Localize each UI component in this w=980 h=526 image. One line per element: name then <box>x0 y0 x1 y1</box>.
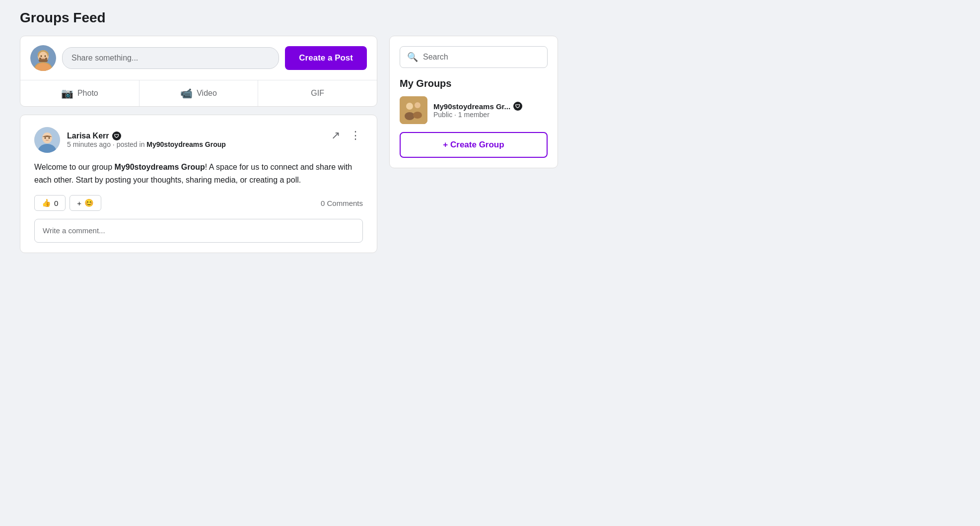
photo-icon: 📷 <box>61 87 73 99</box>
my-groups-title: My Groups <box>400 78 548 89</box>
feed-column: Create a Post 📷 Photo 📹 Video GIF <box>20 36 377 253</box>
user-avatar <box>30 45 56 71</box>
group-thumb-inner <box>400 96 427 124</box>
like-button[interactable]: 👍 0 <box>34 195 66 211</box>
post-footer: 👍 0 + 😊 0 Comments <box>34 195 363 211</box>
group-meta: Public · 1 member <box>433 111 522 119</box>
svg-point-9 <box>41 56 42 57</box>
comment-input[interactable] <box>43 226 354 235</box>
group-thumbnail <box>400 96 427 124</box>
post-card: Larisa Kerr 🛡 5 minutes ago · posted in … <box>20 115 377 253</box>
thumbs-up-icon: 👍 <box>42 198 51 207</box>
svg-point-18 <box>406 103 413 110</box>
search-box: 🔍 <box>400 46 548 68</box>
sidebar-card: 🔍 My Groups <box>389 36 558 168</box>
svg-point-7 <box>45 58 48 60</box>
share-button[interactable]: ↗ <box>329 127 342 144</box>
post-time: 5 minutes ago · posted in My90stoydreams… <box>67 140 226 148</box>
photo-action[interactable]: 📷 Photo <box>20 80 140 106</box>
svg-point-16 <box>49 137 50 139</box>
post-content: Welcome to our group My90stoydreams Grou… <box>34 161 363 186</box>
svg-point-15 <box>45 137 46 139</box>
page-title: Groups Feed <box>20 10 960 26</box>
emoji-button[interactable]: + 😊 <box>70 195 101 211</box>
svg-point-20 <box>415 102 420 108</box>
svg-point-10 <box>45 56 46 57</box>
share-input[interactable] <box>62 47 279 69</box>
group-item: My90stoydreams Gr... 🛡 Public · 1 member <box>400 96 548 124</box>
gif-action[interactable]: GIF <box>258 82 377 105</box>
video-icon: 📹 <box>180 87 193 99</box>
post-composer: Create a Post 📷 Photo 📹 Video GIF <box>20 36 377 107</box>
search-icon: 🔍 <box>407 52 418 63</box>
post-meta: Larisa Kerr 🛡 5 minutes ago · posted in … <box>67 132 226 148</box>
main-layout: Create a Post 📷 Photo 📹 Video GIF <box>20 36 960 253</box>
emoji-icon: 😊 <box>84 198 94 207</box>
post-header: Larisa Kerr 🛡 5 minutes ago · posted in … <box>34 127 363 153</box>
composer-top: Create a Post <box>20 36 377 80</box>
post-author-name: Larisa Kerr 🛡 <box>67 132 226 140</box>
post-avatar <box>34 127 60 153</box>
group-info: My90stoydreams Gr... 🛡 Public · 1 member <box>433 102 522 119</box>
group-verified-badge: 🛡 <box>513 102 522 111</box>
create-post-button[interactable]: Create a Post <box>285 46 367 70</box>
group-name: My90stoydreams Gr... 🛡 <box>433 102 522 111</box>
svg-point-19 <box>405 112 415 120</box>
svg-rect-17 <box>400 96 427 124</box>
svg-point-6 <box>39 58 42 60</box>
svg-point-21 <box>413 112 422 119</box>
reaction-buttons: 👍 0 + 😊 <box>34 195 101 211</box>
post-group-link[interactable]: My90stoydreams Group <box>146 140 226 148</box>
composer-actions: 📷 Photo 📹 Video GIF <box>20 80 377 106</box>
video-action[interactable]: 📹 Video <box>140 80 259 106</box>
video-label: Video <box>197 89 217 98</box>
photo-label: Photo <box>77 89 98 98</box>
verified-badge: 🛡 <box>112 132 121 140</box>
svg-point-13 <box>42 132 52 143</box>
comments-count: 0 Comments <box>321 199 363 207</box>
post-actions: ↗ ⋮ <box>329 127 363 144</box>
comment-input-wrap <box>34 219 363 243</box>
create-group-button[interactable]: + Create Group <box>400 132 548 158</box>
sidebar-column: 🔍 My Groups <box>389 36 558 168</box>
search-input[interactable] <box>423 53 540 62</box>
more-options-button[interactable]: ⋮ <box>348 127 363 144</box>
gif-label: GIF <box>311 89 324 98</box>
like-count: 0 <box>54 199 58 207</box>
plus-icon: + <box>77 199 81 207</box>
post-author-info: Larisa Kerr 🛡 5 minutes ago · posted in … <box>34 127 226 153</box>
